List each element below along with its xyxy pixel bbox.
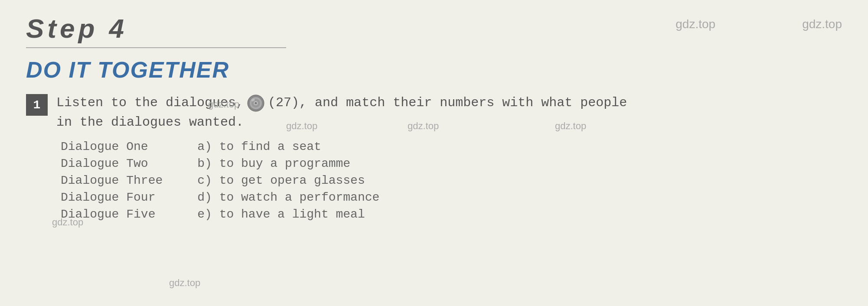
watermark-scattered-1: gdz.top xyxy=(208,99,239,110)
header-row: Step 4 gdz.top gdz.top xyxy=(26,13,842,57)
answer-c: c) to get opera glasses xyxy=(197,174,379,187)
instruction-text: Listen to the dialogues, ( xyxy=(56,93,842,132)
dialogue-1: Dialogue One xyxy=(61,140,163,153)
watermark-scattered-6: gdz.top xyxy=(169,277,200,289)
answer-a: a) to find a seat xyxy=(197,140,379,153)
page: Step 4 gdz.top gdz.top DO IT TOGETHER 1 … xyxy=(0,0,868,306)
watermark-scattered-5: gdz.top xyxy=(52,217,83,228)
instruction-line2-wrapper: in the dialogues wanted. xyxy=(56,113,842,132)
dialogue-4: Dialogue Four xyxy=(61,191,163,204)
dialogues-left: Dialogue One Dialogue Two Dialogue Three… xyxy=(61,140,163,221)
watermark-top-row: gdz.top gdz.top xyxy=(675,17,842,31)
svg-point-4 xyxy=(255,102,257,104)
dialogues-right: a) to find a seat b) to buy a programme … xyxy=(197,140,379,221)
instruction-cd-num: (27), xyxy=(268,93,307,113)
watermark-scattered-3: gdz.top xyxy=(408,120,439,132)
dialogue-2: Dialogue Two xyxy=(61,157,163,170)
dialogue-3: Dialogue Three xyxy=(61,174,163,187)
answer-e: e) to have a light meal xyxy=(197,208,379,221)
step-title: Step 4 xyxy=(26,13,286,44)
dialogues-container: Dialogue One Dialogue Two Dialogue Three… xyxy=(61,140,842,221)
instruction-part2: and match their numbers with what people xyxy=(315,93,627,113)
watermark-top-2: gdz.top xyxy=(802,17,842,31)
watermark-scattered-2: gdz.top xyxy=(286,120,317,132)
exercise-number-1: 1 xyxy=(26,94,48,116)
section-title: DO IT TOGETHER xyxy=(26,57,842,83)
answer-b: b) to buy a programme xyxy=(197,157,379,170)
instruction-line1: Listen to the dialogues, ( xyxy=(56,93,627,113)
header-divider xyxy=(26,47,286,48)
exercise-1-row: 1 Listen to the dialogues, xyxy=(26,93,842,221)
instruction-line2: in the dialogues wanted. xyxy=(56,113,842,132)
watermark-top-1: gdz.top xyxy=(675,17,715,31)
watermark-scattered-4: gdz.top xyxy=(555,120,586,132)
exercise-1-content: Listen to the dialogues, ( xyxy=(56,93,842,221)
cd-disc-svg xyxy=(247,94,264,112)
cd-icon xyxy=(246,94,265,113)
answer-d: d) to watch a performance xyxy=(197,191,379,204)
